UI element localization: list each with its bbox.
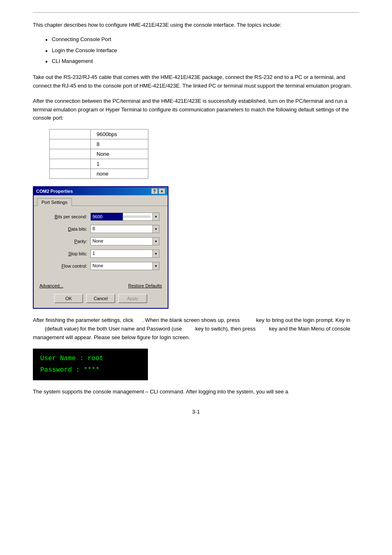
settings-label-2: [50, 149, 91, 159]
dialog-tabs: Port Settings: [34, 195, 168, 206]
config-para: After the connection between the PC/term…: [33, 97, 359, 123]
settings-row-2: None: [50, 149, 148, 159]
dialog-help-button[interactable]: ?: [151, 188, 158, 194]
settings-label-3: [50, 159, 91, 169]
dialog-ok-cancel-area: OK Cancel Apply: [34, 292, 168, 308]
select-parity[interactable]: None ▼: [90, 237, 159, 245]
bullet-item-1: Connecting Console Port: [45, 35, 359, 44]
label-parity: Parity:: [42, 239, 87, 244]
settings-value-2: None: [91, 149, 148, 159]
select-flow-control[interactable]: None ▼: [90, 262, 159, 270]
bullet-list: Connecting Console Port Login the Consol…: [45, 35, 359, 66]
intro-text: This chapter describes how to configure …: [33, 21, 359, 30]
dialog-close-button[interactable]: ×: [159, 188, 165, 194]
page-number: 3-1: [33, 409, 359, 415]
settings-value-4: none: [91, 169, 148, 179]
select-stop-bits[interactable]: 1 ▼: [90, 250, 159, 258]
parity-arrow-icon[interactable]: ▼: [152, 238, 159, 245]
bullet-text-1: Connecting Console Port: [52, 35, 111, 44]
bits-value: 9600: [91, 213, 123, 220]
connecting-para: Take out the RS-232/RJ-45 cable that com…: [33, 73, 359, 90]
login-screen: User Name : root Password : ****: [33, 349, 148, 381]
page-container: This chapter describes how to configure …: [0, 0, 392, 555]
label-data-bits: Data bits:: [42, 227, 87, 231]
tab-port-settings[interactable]: Port Settings: [37, 198, 72, 206]
dialog-wrapper: COM2 Properties ? × Port Settings Bits p…: [33, 186, 359, 309]
flow-control-arrow-icon[interactable]: ▼: [152, 262, 159, 270]
stop-bits-value: 1: [91, 250, 152, 257]
parity-value: None: [91, 238, 152, 245]
field-stop-bits: Stop bits: 1 ▼: [42, 250, 159, 258]
top-rule: [33, 12, 359, 13]
dialog-content: Bits per second: 9600 ▼ Data bits: 8 ▼: [34, 206, 168, 281]
advanced-button[interactable]: Advanced...: [39, 283, 63, 288]
bullet-text-3: CLI Management: [52, 57, 93, 66]
settings-row-1: 8: [50, 139, 148, 149]
bullet-item-2: Login the Console Interface: [45, 46, 359, 55]
settings-label-1: [50, 139, 91, 149]
dialog-titlebar: COM2 Properties ? ×: [34, 187, 168, 195]
bits-slider-track: [124, 215, 151, 218]
after-param-text: After finishing the parameter settings, …: [33, 316, 359, 342]
stop-bits-arrow-icon[interactable]: ▼: [152, 250, 159, 257]
settings-row-4: none: [50, 169, 148, 179]
settings-value-1: 8: [91, 139, 148, 149]
login-username-line: User Name : root: [40, 353, 141, 365]
label-stop-bits: Stop bits:: [42, 251, 87, 256]
label-bits-per-second: Bits per second:: [42, 214, 87, 219]
field-data-bits: Data bits: 8 ▼: [42, 225, 159, 233]
login-password-line: Password : ****: [40, 364, 141, 376]
settings-row-3: 1: [50, 159, 148, 169]
settings-table: 9600bps 8 None 1 none: [49, 129, 148, 179]
field-parity: Parity: None ▼: [42, 237, 159, 245]
dialog-title: COM2 Properties: [36, 189, 73, 194]
bits-arrow-icon[interactable]: ▼: [152, 213, 159, 220]
settings-value-0: 9600bps: [91, 130, 148, 139]
label-flow-control: Flow control:: [42, 264, 87, 268]
dialog-titlebar-buttons: ? ×: [151, 188, 165, 194]
cancel-button[interactable]: Cancel: [86, 294, 115, 303]
field-flow-control: Flow control: None ▼: [42, 262, 159, 270]
select-bits-per-second[interactable]: 9600 ▼: [90, 213, 159, 221]
field-bits-per-second: Bits per second: 9600 ▼: [42, 213, 159, 221]
restore-defaults-button[interactable]: Restore Defaults: [128, 283, 162, 288]
bottom-text: The system supports the console manageme…: [33, 388, 359, 396]
flow-control-value: None: [91, 262, 152, 270]
apply-button[interactable]: Apply: [118, 294, 147, 303]
data-bits-value: 8: [91, 225, 152, 233]
bullet-item-3: CLI Management: [45, 57, 359, 66]
settings-label-4: [50, 169, 91, 179]
settings-label-0: [50, 130, 91, 139]
ok-button[interactable]: OK: [54, 294, 83, 303]
settings-row-0: 9600bps: [50, 130, 148, 139]
bullet-text-2: Login the Console Interface: [52, 46, 117, 55]
settings-value-3: 1: [91, 159, 148, 169]
bits-slider: [123, 213, 152, 220]
select-data-bits[interactable]: 8 ▼: [90, 225, 159, 233]
com2-properties-dialog: COM2 Properties ? × Port Settings Bits p…: [33, 186, 168, 309]
data-bits-arrow-icon[interactable]: ▼: [152, 225, 159, 233]
dialog-footer-area: Advanced... Restore Defaults: [34, 281, 168, 292]
